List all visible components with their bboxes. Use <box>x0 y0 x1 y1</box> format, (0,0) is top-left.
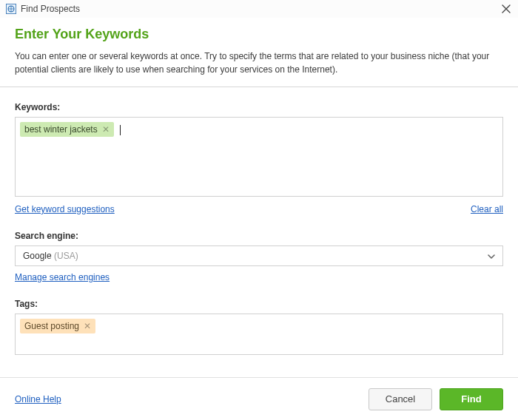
search-engine-value: Google (USA) <box>23 251 78 261</box>
find-button[interactable]: Find <box>440 388 503 410</box>
search-engine-label: Search engine: <box>15 231 503 241</box>
tags-label: Tags: <box>15 299 503 309</box>
tags-input[interactable]: Guest posting ✕ <box>15 314 503 355</box>
page-description: You can enter one or several keywords at… <box>15 50 503 76</box>
title-bar: Find Prospects <box>0 0 518 18</box>
clear-all-link[interactable]: Clear all <box>471 204 503 214</box>
keywords-input[interactable]: best winter jackets ✕ <box>15 117 503 197</box>
online-help-link[interactable]: Online Help <box>15 394 61 404</box>
remove-keyword-icon[interactable]: ✕ <box>102 125 110 134</box>
app-icon <box>6 4 16 14</box>
window-title: Find Prospects <box>21 4 80 14</box>
keyword-chip[interactable]: best winter jackets ✕ <box>20 122 114 137</box>
tag-chip[interactable]: Guest posting ✕ <box>20 319 95 333</box>
search-engine-value-main: Google <box>23 251 52 261</box>
chevron-down-icon <box>488 251 495 260</box>
keywords-label: Keywords: <box>15 102 503 112</box>
page-title: Enter Your Keywords <box>15 27 503 42</box>
close-icon[interactable] <box>500 3 512 15</box>
remove-tag-icon[interactable]: ✕ <box>84 322 91 331</box>
text-caret <box>120 125 121 135</box>
header-block: Enter Your Keywords You can enter one or… <box>0 18 518 87</box>
cancel-button[interactable]: Cancel <box>369 388 432 410</box>
tag-chip-text: Guest posting <box>24 321 79 331</box>
footer: Online Help Cancel Find <box>0 377 518 420</box>
content: Keywords: best winter jackets ✕ Get keyw… <box>0 87 518 358</box>
search-engine-value-suffix: (USA) <box>52 251 78 261</box>
search-engine-select[interactable]: Google (USA) <box>15 245 503 266</box>
keyword-chip-text: best winter jackets <box>24 124 98 135</box>
manage-search-engines-link[interactable]: Manage search engines <box>15 272 110 282</box>
get-keyword-suggestions-link[interactable]: Get keyword suggestions <box>15 204 115 214</box>
